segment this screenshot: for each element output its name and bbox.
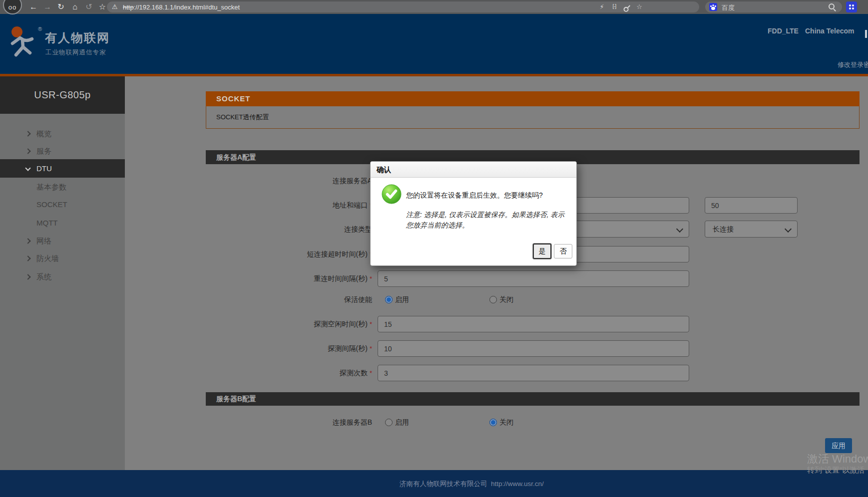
chevron-down-icon [785, 226, 792, 233]
footer-url[interactable]: http://www.usr.cn/ [491, 480, 544, 488]
sidebar-item-overview[interactable]: 概览 [0, 125, 125, 142]
app-header: ® 有人物联网 工业物联网通信专家 FDD_LTE China Telecom … [0, 14, 868, 74]
signal-icon-fragment [865, 30, 867, 38]
apply-button[interactable]: 应用 [825, 438, 852, 453]
extension-icon[interactable] [846, 1, 857, 12]
idle-time-label: 探测空闲时间(秒)* [204, 320, 372, 329]
change-password-link[interactable]: 修改登录密码 [838, 60, 868, 69]
server-b-section-header: 服务器B配置 [206, 392, 860, 406]
sidebar-item-system[interactable]: 系统 [0, 268, 125, 285]
socket-panel-desc: SOCKET透传配置 [206, 106, 860, 129]
key-icon[interactable] [621, 2, 633, 14]
success-icon [382, 184, 402, 204]
sidebar-subitem-socket[interactable]: SOCKET [0, 196, 125, 213]
socket-panel-header: SOCKET [206, 91, 860, 106]
baidu-logo-icon [709, 3, 717, 11]
sidebar-item-dtu[interactable]: DTU [0, 159, 125, 178]
keepalive-enable-label[interactable]: 启用 [395, 295, 409, 304]
search-engine-label: 百度 [722, 3, 735, 12]
reload-button[interactable]: ↻ [55, 2, 66, 12]
sidebar: USR-G805p 概览 服务 DTU 基本参数 SOCKET MQTT 网络 … [0, 76, 125, 470]
chevron-down-icon [676, 226, 683, 233]
reconnect-interval-label: 重连时间间隔(秒)* [204, 274, 372, 283]
no-button[interactable]: 否 [554, 244, 572, 258]
registered-mark: ® [38, 26, 42, 32]
idle-time-input[interactable] [378, 316, 689, 332]
forward-button[interactable]: → [42, 2, 53, 12]
required-asterisk: * [370, 275, 372, 282]
probe-count-label: 探测次数* [204, 369, 372, 378]
sidebar-subitem-basic-params[interactable]: 基本参数 [0, 179, 125, 195]
header-accent-line [0, 74, 868, 76]
server-b-disable-radio[interactable] [489, 419, 497, 426]
screen: oo ← → ↻ ⌂ ↺ ☆ ⚠ http://192.168.1.1/inde… [0, 0, 868, 497]
browser-toolbar: oo ← → ↻ ⌂ ↺ ☆ ⚠ http://192.168.1.1/inde… [0, 0, 868, 14]
chevron-right-icon [25, 255, 30, 261]
required-asterisk: * [370, 320, 372, 328]
address-port-label: 地址和端口* [204, 201, 372, 210]
probe-interval-label: 探测间隔(秒)* [204, 344, 372, 353]
connect-server-a-label: 连接服务器A [204, 177, 372, 186]
sidebar-item-network[interactable]: 网络 [0, 233, 125, 249]
connection-mode-select[interactable]: 长连接 [705, 221, 798, 238]
url-bar[interactable]: ⚠ http://192.168.1.1/index.html#dtu_sock… [107, 1, 699, 12]
lightning-icon[interactable]: ⚡ [597, 3, 607, 10]
search-bar[interactable]: 百度 [705, 1, 842, 12]
keepalive-disable-label[interactable]: 关闭 [499, 295, 513, 304]
dialog-note: 注意: 选择是, 仅表示设置被保存。如果选择否, 表示 您放弃当前的选择。 [406, 210, 576, 231]
required-asterisk: * [370, 345, 372, 352]
reconnect-interval-input[interactable] [378, 270, 689, 287]
keepalive-disable-radio[interactable] [489, 296, 497, 303]
browser-profile-icon[interactable]: oo [3, 0, 22, 14]
probe-interval-input[interactable] [378, 340, 689, 357]
scan-icon[interactable]: [-] [609, 3, 619, 9]
brand-title: 有人物联网 [45, 30, 110, 46]
sidebar-subitem-mqtt[interactable]: MQTT [0, 215, 125, 231]
windows-activation-watermark-line1: 激活 Windows [807, 452, 868, 467]
back-button[interactable]: ← [28, 2, 39, 12]
url-text: http://192.168.1.1/index.html#dtu_socket [123, 3, 240, 11]
search-icon[interactable] [828, 3, 836, 11]
short-timeout-label: 短连接超时时间(秒)* [204, 250, 372, 259]
page-footer: 济南有人物联网技术有限公司 http://www.usr.cn/ [0, 470, 868, 497]
bookmark-star-icon[interactable]: ☆ [97, 2, 108, 12]
brand-logo [6, 25, 38, 60]
sidebar-item-services[interactable]: 服务 [0, 143, 125, 159]
yes-button[interactable]: 是 [533, 244, 551, 259]
server-b-disable-label[interactable]: 关闭 [499, 418, 513, 427]
server-port-input[interactable] [705, 197, 798, 214]
chevron-right-icon [25, 131, 30, 136]
sidebar-item-firewall[interactable]: 防火墙 [0, 250, 125, 266]
undo-icon[interactable]: ↺ [83, 2, 94, 12]
pill-star-icon[interactable]: ☆ [634, 3, 644, 10]
footer-company: 济南有人物联网技术有限公司 [400, 480, 487, 488]
keepalive-enable-radio[interactable] [385, 296, 393, 303]
url-scheme: http [123, 3, 134, 11]
probe-count-input[interactable] [378, 365, 689, 381]
home-button[interactable]: ⌂ [69, 2, 80, 12]
connect-server-b-label: 连接服务器B [204, 418, 372, 427]
brand-subtitle: 工业物联网通信专家 [45, 48, 106, 57]
dialog-title: 确认 [371, 162, 576, 178]
network-mode-label: FDD_LTE [768, 27, 799, 35]
device-name-header: USR-G805p [0, 76, 125, 114]
chevron-right-icon [25, 274, 30, 279]
windows-activation-watermark-line2: 转到“设置”以激活 [807, 466, 865, 475]
server-b-enable-label[interactable]: 启用 [395, 418, 409, 427]
url-rest: ://192.168.1.1/index.html#dtu_socket [134, 3, 240, 11]
connection-type-label: 连接类型 [204, 225, 372, 234]
dialog-message: 您的设置将在设备重启后生效。您要继续吗? [406, 190, 572, 200]
chevron-right-icon [25, 148, 30, 154]
carrier-label: China Telecom [805, 27, 855, 35]
server-b-enable-radio[interactable] [385, 419, 393, 426]
keepalive-label: 保活使能 [204, 295, 372, 304]
required-asterisk: * [370, 369, 372, 377]
not-secure-warning-icon[interactable]: ⚠ [112, 3, 118, 10]
confirm-dialog: 确认 您的设置将在设备重启后生效。您要继续吗? 注意: 选择是, 仅表示设置被保… [370, 161, 577, 266]
chevron-down-icon [25, 165, 30, 171]
chevron-right-icon [25, 238, 30, 244]
